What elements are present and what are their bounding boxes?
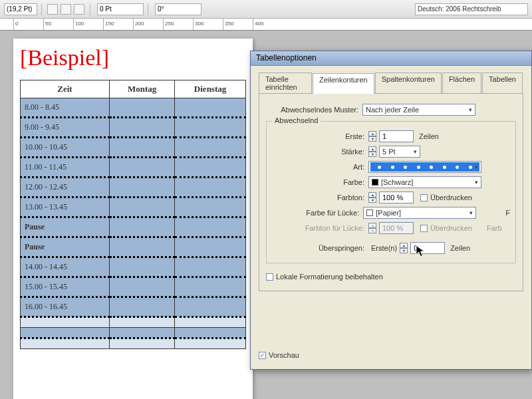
table-cell[interactable] <box>175 217 246 237</box>
table-header: Montag <box>110 80 175 98</box>
overprint-checkbox[interactable]: Überdrucken <box>420 194 472 201</box>
table-cell[interactable] <box>175 328 246 338</box>
farbe-luecke-swatch <box>366 209 373 216</box>
dialog-title: Tabellenoptionen <box>251 51 531 66</box>
ueberspringen-stepper[interactable]: ▴▾ <box>400 243 408 253</box>
table-header: Zeit <box>21 80 110 98</box>
farbton-luecke-label: Farbton für Lücke: <box>272 224 368 232</box>
table-cell[interactable] <box>175 317 246 328</box>
table-cell[interactable] <box>110 338 175 349</box>
art-label: Art: <box>272 163 368 171</box>
table-cell[interactable]: 16.00 - 16.45 <box>21 297 110 317</box>
table-cell[interactable] <box>175 338 246 349</box>
ueberspringen-input[interactable] <box>410 242 445 254</box>
farbe-luecke-label: Farbe für Lücke: <box>272 209 363 217</box>
table-cell[interactable]: Pause <box>21 237 110 257</box>
tab-tabellen[interactable]: Tabellen <box>482 72 523 93</box>
table-cell[interactable]: 10.00 - 10.45 <box>21 138 110 158</box>
preview-checkbox-box: ✓ <box>259 352 266 359</box>
table-cell[interactable] <box>175 277 246 297</box>
font-size-input[interactable] <box>4 3 37 15</box>
tab-panel-zeilenkonturen: Abwechselndes Muster: Nach jeder Zeile A… <box>259 94 523 291</box>
right-hint-f: F <box>505 209 510 217</box>
table-cell[interactable] <box>175 297 246 317</box>
table-cell[interactable] <box>110 328 175 338</box>
bold-button[interactable] <box>47 4 58 15</box>
tab-tabelle-einrichten[interactable]: Tabelle einrichten <box>259 72 312 93</box>
pattern-select[interactable]: Nach jeder Zeile <box>362 104 475 116</box>
table-cell[interactable] <box>21 338 110 349</box>
table-cell[interactable]: 9.00 - 9.45 <box>21 118 110 138</box>
table-cell[interactable]: Pause <box>21 217 110 237</box>
table-cell[interactable] <box>110 118 175 138</box>
tab-flächen[interactable]: Flächen <box>442 72 481 93</box>
ueberspringen-unit: Zeilen <box>450 244 470 252</box>
farbton-input[interactable] <box>379 192 414 203</box>
farbe-label: Farbe: <box>272 178 368 186</box>
table-cell[interactable] <box>110 257 175 277</box>
table-cell[interactable] <box>110 317 175 328</box>
table-cell[interactable] <box>110 198 175 217</box>
angle-input[interactable] <box>155 3 201 15</box>
dialog-tabs: Tabelle einrichtenZeilenkonturenSpaltenk… <box>259 72 523 94</box>
preview-checkbox[interactable]: ✓ Vorschau <box>259 351 299 359</box>
kerning-input[interactable] <box>97 3 144 15</box>
table-cell[interactable] <box>110 217 175 237</box>
farbton-stepper[interactable]: ▴▾ <box>368 192 376 203</box>
table-cell[interactable] <box>175 198 246 217</box>
table-cell[interactable] <box>175 178 246 198</box>
farbe-select[interactable]: [Schwarz] <box>368 176 481 188</box>
table-cell[interactable]: 15.00 - 15.45 <box>21 277 110 297</box>
table-cell[interactable] <box>110 98 175 118</box>
table-cell[interactable]: 11.00 - 11.45 <box>21 158 110 178</box>
erste-label: Erste: <box>272 132 368 140</box>
pattern-label: Abwechselndes Muster: <box>266 106 362 114</box>
table-cell[interactable] <box>21 328 110 338</box>
document-canvas: [Beispiel] ZeitMontagDienstag 8.00 - 8.4… <box>0 31 532 399</box>
table-cell[interactable] <box>110 277 175 297</box>
page: [Beispiel] ZeitMontagDienstag 8.00 - 8.4… <box>13 39 253 399</box>
table-cell[interactable] <box>110 138 175 158</box>
table-cell[interactable] <box>175 237 246 257</box>
ueberspringen-label: Überspringen: <box>272 244 368 252</box>
table-header: Dienstag <box>175 80 246 98</box>
language-select[interactable]: Deutsch: 2006 Rechtschreib <box>415 3 528 15</box>
right-hint-farb: Farb <box>487 224 502 232</box>
table-cell[interactable] <box>21 317 110 328</box>
table-cell[interactable]: 13.00 - 13.45 <box>21 198 110 217</box>
italic-button[interactable] <box>61 4 71 15</box>
farbe-luecke-select[interactable]: [Papier] <box>363 207 476 219</box>
table-cell[interactable] <box>110 178 175 198</box>
farbton-luecke-input <box>379 222 414 234</box>
group-legend: Abwechselnd <box>272 116 321 124</box>
staerke-select[interactable]: 5 Pt <box>379 146 420 158</box>
overprint-luecke-checkbox: Überdrucken <box>420 224 472 232</box>
alternating-group: Abwechselnd Erste: ▴▾ Zeilen Stärke: ▴▾ <box>266 121 516 263</box>
table-cell[interactable] <box>110 158 175 178</box>
local-format-checkbox[interactable]: Lokale Formatierung beibehalten <box>266 273 383 281</box>
schedule-table[interactable]: ZeitMontagDienstag 8.00 - 8.459.00 - 9.4… <box>20 80 246 349</box>
table-options-dialog: Tabellenoptionen Tabelle einrichtenZeile… <box>250 51 532 370</box>
line-style-preview <box>370 162 479 172</box>
underline-button[interactable] <box>74 4 84 15</box>
erste-unit: Zeilen <box>419 132 439 140</box>
table-cell[interactable] <box>175 158 246 178</box>
table-cell[interactable]: 14.00 - 14.45 <box>21 257 110 277</box>
table-cell[interactable]: 12.00 - 12.45 <box>21 178 110 198</box>
table-cell[interactable] <box>110 237 175 257</box>
table-cell[interactable] <box>175 98 246 118</box>
table-cell[interactable] <box>175 257 246 277</box>
table-cell[interactable] <box>175 138 246 158</box>
erste-stepper[interactable]: ▴▾ <box>368 131 376 142</box>
tab-spaltenkonturen[interactable]: Spaltenkonturen <box>375 72 442 93</box>
table-cell[interactable] <box>110 297 175 317</box>
farbe-swatch <box>372 179 378 186</box>
staerke-label: Stärke: <box>272 148 368 156</box>
table-cell[interactable] <box>175 118 246 138</box>
art-line-style-select[interactable] <box>368 161 481 173</box>
page-title: [Beispiel] <box>20 45 246 70</box>
table-cell[interactable]: 8.00 - 8.45 <box>21 98 110 118</box>
erste-input[interactable] <box>379 130 414 142</box>
tab-zeilenkonturen[interactable]: Zeilenkonturen <box>313 73 374 94</box>
staerke-stepper[interactable]: ▴▾ <box>368 146 376 157</box>
